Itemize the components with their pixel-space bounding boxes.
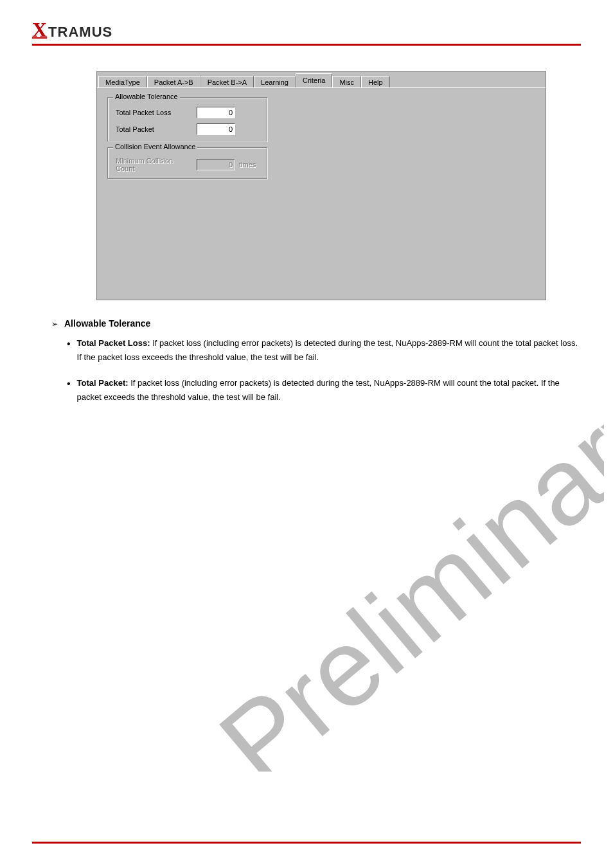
- tab-help[interactable]: Help: [361, 76, 390, 88]
- tab-label: Learning: [261, 78, 289, 86]
- field-row: Minimum Collision Count times: [116, 157, 260, 172]
- bullet-total-packet: • Total Packet: If packet loss (includin…: [67, 376, 581, 404]
- field-row: Total Packet: [116, 123, 260, 135]
- bullet-text: If packet loss (including error packets)…: [77, 338, 578, 362]
- label-min-collision-count: Minimum Collision Count: [116, 157, 193, 172]
- bullet-text: If packet loss (including error packets)…: [77, 378, 560, 402]
- tab-misc[interactable]: Misc: [332, 76, 361, 88]
- tab-criteria[interactable]: Criteria: [296, 73, 332, 87]
- logo-x: X: [32, 19, 47, 40]
- unit-times: times: [239, 161, 256, 168]
- label-total-packet: Total Packet: [116, 125, 193, 133]
- settings-panel: MediaType Packet A->B Packet B->A Learni…: [96, 71, 546, 300]
- tab-learning[interactable]: Learning: [254, 76, 296, 88]
- tab-label: MediaType: [105, 78, 140, 86]
- footer-rule: [32, 842, 581, 844]
- logo-text: TRAMUS: [48, 25, 112, 39]
- bullet-icon: •: [67, 339, 71, 365]
- bullet-body: Total Packet: If packet loss (including …: [77, 376, 581, 404]
- bullet-label: Total Packet Loss:: [77, 338, 150, 348]
- tab-packet-b-a[interactable]: Packet B->A: [200, 76, 254, 88]
- input-min-collision-count: [197, 159, 235, 170]
- group-legend: Allowable Tolerance: [113, 93, 180, 100]
- tab-mediatype[interactable]: MediaType: [98, 76, 147, 88]
- heading-text: Allowable Tolerance: [64, 318, 150, 329]
- brand-logo: X TRAMUS: [32, 19, 581, 40]
- group-allowable-tolerance: Allowable Tolerance Total Packet Loss To…: [107, 97, 268, 142]
- tab-body-criteria: Allowable Tolerance Total Packet Loss To…: [97, 87, 546, 300]
- tab-label: Misc: [339, 78, 354, 86]
- group-legend: Collision Event Allowance: [113, 143, 197, 150]
- field-row: Total Packet Loss: [116, 107, 260, 118]
- bullet-icon: •: [67, 379, 71, 404]
- tab-strip: MediaType Packet A->B Packet B->A Learni…: [97, 72, 546, 87]
- tab-label: Help: [368, 78, 383, 86]
- tab-label: Packet A->B: [154, 78, 193, 86]
- arrow-icon: ➢: [51, 320, 58, 329]
- bullet-total-packet-loss: • Total Packet Loss: If packet loss (inc…: [67, 336, 581, 365]
- tab-label: Criteria: [303, 77, 325, 84]
- bullet-label: Total Packet:: [77, 378, 129, 388]
- bullet-body: Total Packet Loss: If packet loss (inclu…: [77, 336, 581, 365]
- input-total-packet-loss[interactable]: [197, 107, 235, 118]
- document-body: ➢ Allowable Tolerance • Total Packet Los…: [32, 318, 581, 404]
- tab-label: Packet B->A: [208, 78, 247, 86]
- tab-packet-a-b[interactable]: Packet A->B: [147, 76, 200, 88]
- heading-allowable-tolerance: ➢ Allowable Tolerance: [51, 318, 581, 329]
- group-collision-event-allowance: Collision Event Allowance Minimum Collis…: [107, 147, 268, 179]
- input-total-packet[interactable]: [197, 123, 235, 135]
- page-footer: [32, 842, 581, 847]
- label-total-packet-loss: Total Packet Loss: [116, 109, 193, 116]
